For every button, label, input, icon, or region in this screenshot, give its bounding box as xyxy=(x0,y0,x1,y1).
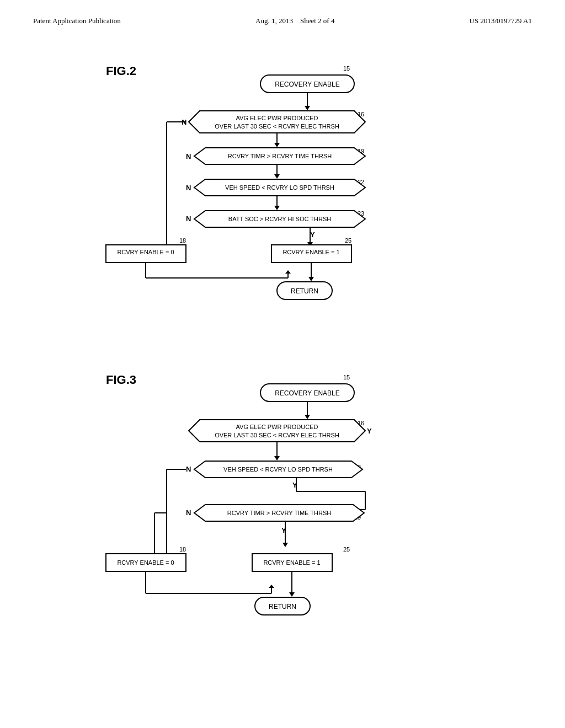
node27-text: RETURN xyxy=(291,287,318,295)
page: Patent Application Publication Aug. 1, 2… xyxy=(0,0,565,728)
node23-y-label: Y xyxy=(310,231,315,239)
node18-id: 18 xyxy=(179,237,186,244)
fig3-label: FIG.3 xyxy=(106,373,136,387)
node22-text: VEH SPEED < RCVRY LO SPD THRSH xyxy=(225,184,334,191)
svg-marker-54 xyxy=(269,585,274,588)
node-23-decision: 23 BATT SOC > RCVRY HI SOC THRSH xyxy=(194,210,365,227)
fig3-node16-y-label: Y xyxy=(367,427,372,435)
svg-marker-42 xyxy=(282,543,288,547)
fig3-node25-id: 25 xyxy=(343,546,350,553)
node25-id: 25 xyxy=(345,237,351,244)
node25-text: RCVRY ENABLE = 1 xyxy=(282,249,339,255)
node16-text1: AVG ELEC PWR PRODUCED xyxy=(236,115,318,121)
fig3-node-18-result: 18 RCVRY ENABLE = 0 xyxy=(106,546,186,571)
fig3-node22-text: VEH SPEED < RCVRY LO SPD THRSH xyxy=(223,466,333,473)
node-15-start: 15 RECOVERY ENABLE xyxy=(260,65,354,93)
header-center: Aug. 1, 2013 Sheet 2 of 4 xyxy=(255,17,334,25)
node-19-decision: 19 RCVRY TIMR > RCVRY TIME THRSH xyxy=(194,148,365,164)
figure-2-section: FIG.2 15 RECOVERY ENABLE 16 AVG ELEC PWR… xyxy=(33,47,532,312)
fig3-node27-text: RETURN xyxy=(269,603,296,611)
svg-marker-8 xyxy=(274,174,280,179)
fig3-node18-text: RCVRY ENABLE = 0 xyxy=(117,559,174,566)
fig3-node15-id: 15 xyxy=(343,374,350,381)
node18-text: RCVRY ENABLE = 0 xyxy=(117,249,174,255)
node-16-decision: 16 AVG ELEC PWR PRODUCED OVER LAST 30 SE… xyxy=(189,111,365,133)
fig3-diagram: FIG.3 15 RECOVERY ENABLE 16 AVG ELEC PWR… xyxy=(73,356,492,665)
fig3-node22-n-label: N xyxy=(186,465,191,473)
node19-text: RCVRY TIMR > RCVRY TIME THRSH xyxy=(228,153,332,159)
node16-text2: OVER LAST 30 SEC < RCVRY ELEC THRSH xyxy=(215,123,339,130)
svg-marker-2 xyxy=(305,106,310,110)
fig3-node16-text1: AVG ELEC PWR PRODUCED xyxy=(236,424,318,430)
fig3-node-16-decision: 16 AVG ELEC PWR PRODUCED OVER LAST 30 SE… xyxy=(189,420,365,442)
node23-text: BATT SOC > RCVRY HI SOC THRSH xyxy=(228,216,331,222)
node15-text: RECOVERY ENABLE xyxy=(275,81,340,88)
node19-n-label: N xyxy=(186,152,191,160)
fig3-node19-n-label: N xyxy=(186,508,191,517)
fig3-node-25-result: 25 RCVRY ENABLE = 1 xyxy=(252,546,350,571)
fig3-node-19-decision: 19 RCVRY TIMR > RCVRY TIME THRSH xyxy=(194,505,364,521)
fig3-node15-text: RECOVERY ENABLE xyxy=(275,389,340,397)
node15-id: 15 xyxy=(343,65,350,72)
fig3-node-22-decision: 22 VEH SPEED < RCVRY LO SPD THRSH xyxy=(194,461,363,478)
node-27-return: 27 RETURN xyxy=(277,282,332,299)
header-left: Patent Application Publication xyxy=(33,17,121,25)
fig3-node18-id: 18 xyxy=(179,546,186,553)
svg-marker-26 xyxy=(308,277,314,281)
node-18-result: 18 RCVRY ENABLE = 0 xyxy=(106,237,186,263)
fig2-label: FIG.2 xyxy=(106,64,136,78)
node-22-decision: 22 VEH SPEED < RCVRY LO SPD THRSH xyxy=(194,179,365,196)
svg-marker-56 xyxy=(289,592,295,597)
svg-marker-30 xyxy=(305,415,310,419)
figure-3-section: FIG.3 15 RECOVERY ENABLE 16 AVG ELEC PWR… xyxy=(33,356,532,665)
fig2-diagram: FIG.2 15 RECOVERY ENABLE 16 AVG ELEC PWR… xyxy=(73,47,492,312)
page-header: Patent Application Publication Aug. 1, 2… xyxy=(33,17,532,25)
svg-marker-31 xyxy=(189,420,365,442)
svg-marker-24 xyxy=(285,270,291,274)
node22-n-label: N xyxy=(186,184,191,192)
svg-marker-11 xyxy=(274,206,280,210)
fig3-node19-text: RCVRY TIMR > RCVRY TIME THRSH xyxy=(227,510,331,516)
header-right: US 2013/0197729 A1 xyxy=(470,17,532,25)
svg-marker-3 xyxy=(189,111,365,133)
svg-marker-33 xyxy=(274,456,280,461)
fig3-node25-text: RCVRY ENABLE = 1 xyxy=(263,559,320,566)
svg-marker-5 xyxy=(274,143,280,147)
node-25-result: 25 RCVRY ENABLE = 1 xyxy=(271,237,351,263)
fig3-node16-text2: OVER LAST 30 SEC < RCVRY ELEC THRSH xyxy=(215,432,339,438)
fig3-node-15-start: 15 RECOVERY ENABLE xyxy=(260,374,354,402)
node23-n-label: N xyxy=(186,215,191,223)
header-sheet: Sheet 2 of 4 xyxy=(300,17,334,25)
header-date: Aug. 1, 2013 xyxy=(255,17,293,25)
fig3-node-27-return: 27 RETURN xyxy=(255,597,310,615)
